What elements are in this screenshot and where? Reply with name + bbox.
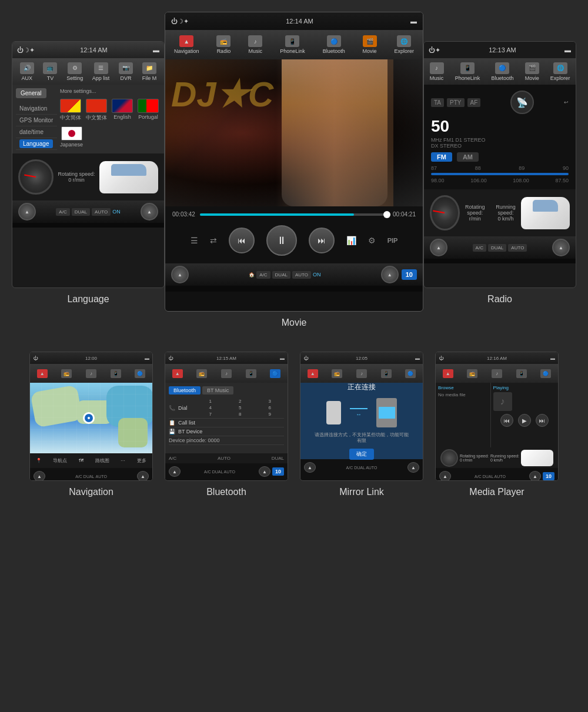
- lang-vol-knob-left[interactable]: ▲: [18, 203, 36, 220]
- nav-phonelink[interactable]: 📱 PhoneLink: [280, 35, 305, 54]
- back-icon[interactable]: ↩: [564, 99, 569, 105]
- bt-nav-item-4[interactable]: 📱: [246, 369, 256, 378]
- key-8[interactable]: 8: [226, 412, 255, 417]
- dual-btn[interactable]: DUAL: [72, 208, 90, 216]
- mirror-confirm-btn[interactable]: 确定: [349, 449, 374, 460]
- nav-more-icon[interactable]: ⋯: [121, 458, 125, 463]
- flag-jp-item[interactable]: Japanese: [60, 126, 83, 148]
- flag-uk-item[interactable]: English: [112, 99, 133, 122]
- nav-file[interactable]: 📁 File M: [142, 62, 157, 81]
- media-nav-5[interactable]: 🔵: [540, 369, 551, 378]
- progress-track[interactable]: [200, 213, 388, 216]
- movie-auto-btn[interactable]: AUTO: [292, 271, 311, 279]
- mirror-nav-2[interactable]: 📻: [332, 369, 342, 378]
- media-nav-1[interactable]: ▲: [443, 369, 453, 378]
- general-tab[interactable]: General: [16, 88, 46, 98]
- repeat-icon[interactable]: ⇄: [210, 236, 217, 245]
- settings-small-icon[interactable]: ⚙: [368, 236, 376, 245]
- media-play-btn[interactable]: ▶: [518, 414, 531, 427]
- nav-dest-icon[interactable]: 📍: [36, 458, 42, 463]
- radio-nav-bt[interactable]: 🔵 Bluetooth: [491, 62, 513, 81]
- language-menu-item[interactable]: Language: [16, 138, 57, 150]
- nav-menu-item[interactable]: Navigation: [16, 103, 57, 115]
- media-vol-right[interactable]: ▲: [529, 471, 541, 481]
- bt-vol-left[interactable]: ▲: [169, 466, 181, 477]
- nav-mini-item-2[interactable]: 📻: [61, 369, 72, 378]
- movie-dual-btn[interactable]: DUAL: [272, 271, 290, 279]
- bt-nav-item-5[interactable]: 🔵: [270, 369, 280, 378]
- next-button[interactable]: ⏭: [309, 228, 335, 253]
- radio-vol-right[interactable]: ▲: [552, 239, 570, 256]
- bt-vol-right[interactable]: ▲: [259, 466, 270, 477]
- nav-movie[interactable]: 🎬 Movie: [363, 35, 377, 54]
- nav-music[interactable]: ♪ Music: [248, 35, 262, 54]
- bt-nav-item-2[interactable]: 📻: [196, 369, 207, 378]
- fm-button[interactable]: FM: [431, 152, 452, 162]
- radio-vol-left[interactable]: ▲: [430, 239, 447, 256]
- nav-mini-item-5[interactable]: 🔵: [135, 369, 145, 378]
- nav-navigation[interactable]: ▲ Navigation: [174, 35, 199, 54]
- key-2[interactable]: 2: [226, 399, 255, 404]
- more-settings-tab[interactable]: More settings...: [60, 88, 161, 94]
- nav-bluetooth[interactable]: 🔵 Bluetooth: [323, 35, 345, 54]
- radio-ac-btn[interactable]: A/C: [473, 244, 486, 252]
- radio-nav-movie[interactable]: 🎬 Movie: [525, 62, 539, 81]
- key-4[interactable]: 4: [196, 405, 225, 410]
- radio-nav-music[interactable]: ♪ Music: [430, 62, 444, 81]
- bt-tab-bluetooth[interactable]: Bluetooth: [169, 386, 201, 395]
- radio-dual-btn[interactable]: DUAL: [488, 244, 506, 252]
- pip-label[interactable]: PIP: [387, 237, 398, 244]
- key-9[interactable]: 9: [256, 412, 285, 417]
- bt-tab-music[interactable]: BT Music: [202, 386, 233, 395]
- nav-mini-item-4[interactable]: 📱: [111, 369, 121, 378]
- mirror-nav-5[interactable]: 🔵: [405, 369, 416, 378]
- nav-mini-item-3[interactable]: ♪: [86, 369, 96, 378]
- mirror-vol-left[interactable]: ▲: [304, 462, 316, 473]
- radio-nav-phonelink[interactable]: 📱 PhoneLink: [455, 62, 480, 81]
- playlist-icon[interactable]: ☰: [191, 236, 198, 245]
- ac-btn[interactable]: A/C: [56, 208, 69, 216]
- bt-nav-item-1[interactable]: ▲: [172, 369, 183, 378]
- media-prev-btn[interactable]: ⏮: [500, 414, 513, 427]
- home-icon[interactable]: 🏠: [249, 272, 255, 278]
- prev-button[interactable]: ⏮: [229, 228, 255, 253]
- am-button[interactable]: AM: [457, 152, 479, 162]
- mirror-vol-right[interactable]: ▲: [407, 462, 419, 473]
- nav-vol-left[interactable]: ▲: [34, 471, 45, 481]
- movie-vol-knob-left[interactable]: ▲: [171, 266, 189, 283]
- media-nav-4[interactable]: 📱: [516, 369, 527, 378]
- nav-dvr[interactable]: 📷 DVR: [119, 62, 133, 81]
- key-3[interactable]: 3: [256, 399, 285, 404]
- movie-vol-knob-right[interactable]: ▲: [381, 266, 399, 283]
- flag-cn2-item[interactable]: 中文繁体: [86, 99, 107, 122]
- nav-setting[interactable]: ⚙ Setting: [66, 62, 83, 81]
- key-5[interactable]: 5: [226, 405, 255, 410]
- mirror-nav-1[interactable]: ▲: [308, 369, 318, 378]
- media-nav-3[interactable]: ♪: [492, 369, 502, 378]
- nav-radio[interactable]: 📻 Radio: [216, 35, 230, 54]
- key-1[interactable]: 1: [196, 399, 225, 404]
- media-next-btn[interactable]: ⏭: [536, 414, 549, 427]
- equalizer-icon[interactable]: 📊: [346, 236, 356, 245]
- nav-vol-right[interactable]: ▲: [137, 471, 149, 481]
- flag-cn-item[interactable]: 中文简体: [60, 99, 81, 122]
- nav-explorer[interactable]: 🌐 Explorer: [395, 35, 415, 54]
- nav-aux[interactable]: 🔊 AUX: [20, 62, 34, 81]
- radio-auto-btn[interactable]: AUTO: [508, 244, 527, 252]
- key-6[interactable]: 6: [256, 405, 285, 410]
- flag-pt-item[interactable]: Portugal: [138, 99, 159, 122]
- bt-nav-item-3[interactable]: ♪: [221, 369, 232, 378]
- gps-menu-item[interactable]: GPS Monitor: [16, 115, 57, 126]
- radio-nav-explorer[interactable]: 🌐 Explorer: [550, 62, 570, 81]
- nav-applist[interactable]: ☰ App list: [92, 62, 110, 81]
- movie-ac-btn[interactable]: A/C: [256, 271, 270, 279]
- nav-mini-item-1[interactable]: ▲: [37, 369, 48, 378]
- lang-vol-knob-right[interactable]: ▲: [141, 203, 158, 220]
- key-7[interactable]: 7: [196, 412, 225, 417]
- mirror-nav-3[interactable]: ♪: [356, 369, 367, 378]
- media-nav-2[interactable]: 📻: [467, 369, 477, 378]
- pause-button[interactable]: ⏸: [266, 225, 297, 256]
- nav-route-icon[interactable]: 🗺: [79, 458, 83, 463]
- media-vol-left[interactable]: ▲: [439, 471, 451, 481]
- datetime-menu-item[interactable]: date/time: [16, 126, 57, 138]
